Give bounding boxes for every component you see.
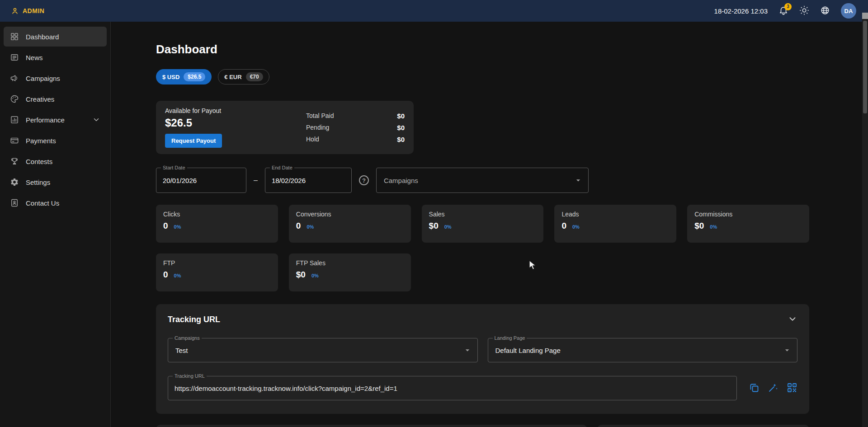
stat-card-commissions: Commissions $0 0% [687, 205, 809, 243]
dropdown-caret-icon [463, 346, 472, 355]
sidebar-item-payments[interactable]: Payments [4, 131, 107, 150]
stat-label: Conversions [296, 211, 404, 218]
tracking-url-row: Tracking URL [168, 376, 797, 400]
stat-value: $0 [296, 270, 306, 280]
chart-icon [10, 115, 19, 124]
end-date-input[interactable] [272, 177, 345, 184]
date-range-separator: – [254, 176, 258, 184]
end-date-label: End Date [270, 165, 294, 171]
megaphone-icon [10, 74, 19, 83]
copy-icon [749, 382, 760, 394]
chevron-down-icon [92, 116, 100, 124]
brand-logo: ADMIN [11, 7, 44, 15]
notifications-button[interactable]: 3 [778, 5, 788, 17]
dropdown-caret-icon [574, 176, 583, 185]
tracking-campaigns-select[interactable]: Campaigns Test [168, 338, 478, 362]
stat-value: $0 [429, 221, 439, 231]
news-icon [10, 53, 19, 62]
stat-percent: 0% [174, 273, 181, 278]
currency-tab-label: $ USD [162, 74, 179, 80]
tracking-campaigns-label: Campaigns [173, 335, 202, 341]
stat-value: 0 [163, 270, 168, 280]
collapse-button[interactable] [788, 314, 797, 325]
notification-badge: 3 [784, 3, 792, 10]
copy-url-button[interactable] [749, 382, 760, 394]
scrollbar-up-button[interactable] [862, 13, 868, 19]
stat-value: 0 [163, 221, 168, 231]
request-payout-button[interactable]: Request Payout [165, 134, 222, 148]
sidebar-item-campaigns[interactable]: Campaigns [4, 68, 107, 88]
tracking-url-actions [749, 382, 797, 394]
sidebar-item-label: Creatives [26, 95, 54, 103]
stat-card-clicks: Clicks 0 0% [156, 205, 278, 243]
sidebar-item-settings[interactable]: Settings [4, 172, 107, 192]
currency-tab-eur[interactable]: € EUR €70 [218, 69, 269, 84]
payout-row-value: $0 [397, 112, 405, 120]
stat-percent: 0% [311, 273, 319, 278]
theme-toggle-button[interactable] [799, 5, 809, 17]
stat-value: 0 [296, 221, 301, 231]
payout-row-total-paid: Total Paid $0 [306, 112, 405, 120]
sidebar-item-dashboard[interactable]: Dashboard [4, 27, 107, 47]
landing-page-select[interactable]: Landing Page Default Landing Page [488, 338, 798, 362]
payout-row-hold: Hold $0 [306, 136, 405, 143]
trophy-icon [10, 157, 19, 166]
generate-url-button[interactable] [768, 382, 778, 394]
qr-code-icon [787, 382, 797, 394]
topbar: ADMIN 18-02-2026 12:03 3 [0, 0, 868, 22]
currency-tab-badge: €70 [246, 72, 263, 81]
scrollbar[interactable] [862, 13, 868, 427]
person-icon [11, 7, 19, 15]
tracking-campaigns-value: Test [175, 347, 188, 354]
magic-wand-icon [768, 382, 778, 394]
stat-label: Sales [429, 211, 537, 218]
tracking-url-field: Tracking URL [168, 376, 737, 400]
sidebar-item-label: Payments [26, 137, 56, 145]
sidebar-item-label: Contests [26, 158, 52, 165]
stat-percent: 0% [444, 224, 452, 230]
qr-code-button[interactable] [787, 382, 797, 394]
landing-page-value: Default Landing Page [495, 347, 561, 354]
sidebar-item-contact-us[interactable]: Contact Us [4, 193, 107, 213]
stat-card-leads: Leads 0 0% [554, 205, 676, 243]
sidebar-item-contests[interactable]: Contests [4, 151, 107, 171]
credit-card-icon [10, 136, 19, 145]
payout-row-value: $0 [397, 136, 405, 143]
globe-icon [820, 5, 830, 17]
start-date-input[interactable] [163, 177, 240, 184]
sidebar-item-label: Campaigns [26, 75, 60, 82]
sidebar-item-creatives[interactable]: Creatives [4, 89, 107, 109]
sidebar-item-news[interactable]: News [4, 47, 107, 67]
sidebar-item-label: Contact Us [26, 199, 59, 207]
payout-row-label: Total Paid [306, 112, 334, 120]
stat-label: FTP [163, 259, 271, 267]
sidebar-item-label: Dashboard [26, 33, 59, 41]
payout-row-pending: Pending $0 [306, 124, 405, 131]
stat-card-conversions: Conversions 0 0% [289, 205, 411, 243]
payout-row-label: Hold [306, 136, 319, 143]
tracking-url-label: Tracking URL [173, 373, 207, 379]
scrollbar-thumb[interactable] [863, 21, 867, 113]
contact-icon [10, 198, 19, 207]
bottom-card-right [597, 425, 809, 427]
payout-available-label: Available for Payout [165, 107, 222, 114]
campaigns-filter-placeholder: Campaigns [384, 177, 418, 184]
tracking-url-input[interactable] [175, 385, 730, 392]
avatar[interactable]: DA [841, 3, 856, 19]
dropdown-caret-icon [783, 346, 792, 355]
payout-available-amount: $26.5 [165, 117, 222, 129]
stat-card-sales: Sales $0 0% [422, 205, 544, 243]
stats-grid: Clicks 0 0% Conversions 0 0% Sales $0 0% [156, 205, 809, 291]
page-title: Dashboard [156, 42, 809, 56]
stat-value: 0 [561, 221, 566, 231]
sidebar-item-label: News [26, 54, 43, 61]
campaigns-filter-select[interactable]: Campaigns [376, 168, 589, 193]
currency-tab-usd[interactable]: $ USD $26.5 [156, 69, 212, 84]
payout-available: Available for Payout $26.5 Request Payou… [165, 107, 222, 148]
help-icon[interactable]: ? [359, 175, 369, 185]
tracking-header: Tracking URL [168, 314, 797, 325]
tracking-title: Tracking URL [168, 315, 220, 324]
sidebar-item-performance[interactable]: Performance [4, 110, 107, 130]
language-button[interactable] [820, 5, 830, 17]
bottom-cards-partial [156, 425, 809, 427]
